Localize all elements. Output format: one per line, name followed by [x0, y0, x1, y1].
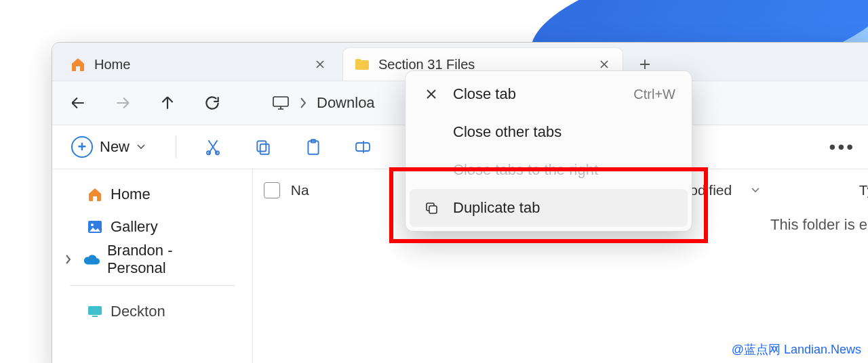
menu-item-label: Close tab [453, 85, 516, 103]
duplicate-icon [422, 201, 441, 215]
context-menu-close-tabs-right: Close tabs to the right [410, 151, 688, 189]
up-button[interactable] [153, 88, 182, 118]
plus-icon: + [71, 136, 93, 158]
cloud-icon [83, 251, 100, 268]
sidebar-item-gallery[interactable]: Gallery [58, 211, 247, 243]
sidebar-item-label: Home [111, 186, 151, 203]
copy-button[interactable] [250, 133, 277, 161]
watermark-text: @蓝点网 Landian.News [732, 341, 861, 358]
tab-label: Home [94, 57, 130, 72]
new-button[interactable]: + New [64, 132, 153, 162]
chevron-right-icon [299, 97, 307, 109]
context-menu-close-other-tabs[interactable]: Close other tabs [410, 113, 688, 151]
svg-rect-3 [257, 141, 266, 151]
chevron-down-icon [136, 144, 146, 150]
new-button-label: New [100, 138, 130, 156]
breadcrumb-folder: Downloa [317, 94, 375, 112]
close-tab-button[interactable] [597, 57, 612, 72]
breadcrumb[interactable]: Downloa [265, 94, 382, 112]
svg-rect-7 [356, 143, 370, 151]
empty-folder-text: This folder is e [770, 216, 867, 234]
more-options-button[interactable]: ••• [829, 136, 862, 158]
back-button[interactable] [63, 88, 93, 118]
svg-rect-10 [88, 306, 102, 315]
sidebar-item-desktop[interactable]: Deckton [58, 295, 247, 328]
menu-item-label: Close tabs to the right [453, 161, 598, 179]
gallery-icon [86, 218, 104, 236]
refresh-button[interactable] [197, 88, 227, 118]
context-menu-close-tab[interactable]: Close tab Ctrl+W [410, 75, 688, 113]
svg-rect-13 [429, 206, 437, 213]
svg-rect-4 [260, 144, 269, 154]
chevron-down-icon [751, 187, 760, 194]
forward-button[interactable] [108, 88, 138, 118]
sidebar-item-label: Deckton [111, 303, 165, 320]
sidebar-item-label: Gallery [111, 218, 158, 236]
tab-context-menu: Close tab Ctrl+W Close other tabs Close … [405, 70, 692, 232]
menu-item-label: Duplicate tab [453, 199, 540, 217]
menu-item-shortcut: Ctrl+W [633, 87, 675, 102]
tab-home[interactable]: Home [59, 48, 338, 81]
menu-item-label: Close other tabs [453, 123, 561, 141]
sidebar-item-home[interactable]: Home [58, 178, 247, 211]
sidebar-item-label: Brandon - Personal [107, 242, 229, 277]
svg-rect-11 [92, 316, 98, 317]
rename-button[interactable] [350, 133, 377, 161]
sidebar-item-onedrive[interactable]: Brandon - Personal [58, 243, 247, 276]
monitor-icon [272, 95, 290, 110]
select-all-checkbox[interactable] [264, 182, 280, 198]
navigation-pane: Home Gallery Brandon - Personal [52, 169, 253, 363]
svg-rect-0 [273, 97, 288, 106]
svg-point-9 [91, 223, 94, 226]
divider [176, 135, 176, 158]
home-icon [70, 56, 86, 72]
desktop-icon [86, 303, 104, 320]
chevron-right-icon [62, 254, 76, 265]
context-menu-duplicate-tab[interactable]: Duplicate tab [410, 189, 688, 227]
paste-button[interactable] [300, 133, 327, 161]
divider [70, 285, 235, 286]
close-icon [422, 88, 441, 100]
folder-icon [354, 58, 370, 71]
column-type[interactable]: Ty [859, 182, 868, 198]
home-icon [86, 186, 104, 203]
close-tab-button[interactable] [313, 57, 328, 72]
cut-button[interactable] [199, 133, 226, 161]
